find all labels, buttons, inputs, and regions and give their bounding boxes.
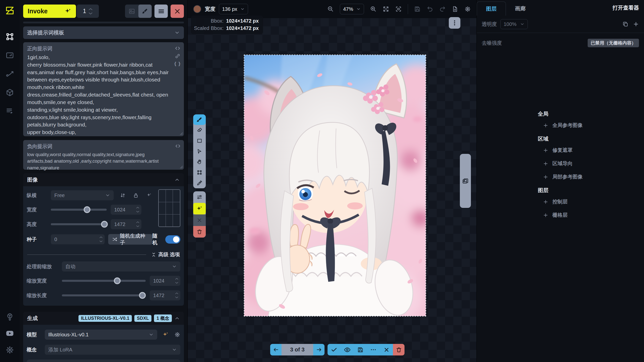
tab-layers[interactable]: 图层 — [477, 2, 506, 16]
canvas-settings-gear-icon[interactable] — [464, 6, 471, 12]
undo-icon[interactable] — [427, 6, 433, 12]
add-inpaint-mask[interactable]: 修复遮罩 — [543, 147, 644, 154]
link-icon[interactable] — [175, 53, 180, 59]
brush-width-select[interactable]: 136 px — [219, 4, 248, 14]
resize-handle-icon[interactable] — [179, 165, 183, 169]
opacity-select[interactable]: 100% — [500, 19, 528, 29]
invoke-button[interactable]: Invoke — [23, 5, 76, 18]
generated-image[interactable] — [244, 55, 426, 316]
chevron-up-icon[interactable] — [89, 8, 93, 10]
duplicate-layer-icon[interactable] — [622, 21, 628, 27]
zoom-level-select[interactable]: 47% — [340, 4, 364, 14]
scaled-width-slider[interactable] — [62, 280, 146, 282]
add-layer-icon[interactable] — [633, 21, 639, 27]
sidebar-item-queue[interactable] — [4, 106, 15, 117]
batch-count-stepper[interactable]: 1 — [77, 5, 99, 18]
brush-tool[interactable] — [193, 114, 206, 125]
save-icon[interactable] — [414, 6, 421, 12]
previous-image-button[interactable] — [270, 344, 281, 355]
model-select[interactable]: Illustrious-XL-v0.1 — [45, 330, 157, 340]
sidebar-item-canvas[interactable] — [4, 31, 15, 42]
settings-gear-icon[interactable] — [4, 344, 15, 355]
scaled-width-input[interactable]: 1024 — [150, 276, 180, 286]
tool-settings[interactable] — [193, 191, 206, 203]
tab-gallery[interactable]: 画廊 — [506, 2, 535, 16]
code-icon[interactable] — [175, 45, 181, 51]
open-viewer-button[interactable]: 打开查看器 — [613, 4, 639, 11]
pan-hand-tool[interactable] — [193, 157, 206, 167]
generation-section-header[interactable]: 生成 ILLUSTRIOUS-XL-V0.1 SDXL 1 概念 — [23, 312, 184, 325]
brush-color-swatch[interactable] — [193, 5, 201, 13]
advanced-toggle-icon[interactable] — [151, 252, 156, 257]
negative-prompt-text[interactable]: low quality,worst quality,normal quality… — [27, 151, 171, 171]
positive-prompt-box[interactable]: 正向提示词 1girl,solo, cherry blossoms,hair f… — [23, 42, 184, 136]
zoom-out-icon[interactable] — [327, 6, 334, 12]
height-slider[interactable] — [51, 223, 107, 225]
image-section-header[interactable]: 图像 — [23, 173, 184, 186]
add-regional-reference-image[interactable]: 局部参考图像 — [543, 173, 644, 180]
bbox-tool[interactable] — [193, 167, 206, 178]
model-settings-gear-icon[interactable] — [174, 332, 180, 338]
sidebar-item-workflows[interactable] — [4, 68, 15, 79]
randomize-seed-button[interactable]: 随机生成种子 — [108, 234, 152, 245]
image-mode-button[interactable] — [125, 5, 138, 18]
fit-view-icon[interactable] — [383, 6, 389, 12]
negative-prompt-box[interactable]: 负向提示词 low quality,worst quality,normal q… — [23, 140, 184, 170]
height-label: 高度 — [27, 221, 51, 228]
width-input[interactable]: 1024 — [111, 205, 141, 215]
width-slider[interactable] — [51, 209, 107, 211]
add-global-reference-image[interactable]: 全局参考图像 — [543, 122, 644, 129]
add-raster-layer[interactable]: 栅格层 — [543, 212, 644, 218]
sidebar-item-upscaling[interactable] — [4, 50, 15, 61]
preview-toggle-button[interactable] — [341, 344, 354, 355]
add-control-layer[interactable]: 控制层 — [543, 198, 644, 205]
delete-image-button[interactable] — [393, 344, 405, 355]
random-seed-toggle[interactable] — [165, 235, 180, 244]
braces-icon[interactable]: { } — [174, 61, 181, 66]
resize-handle-icon[interactable] — [179, 131, 183, 135]
aspect-select[interactable]: Free — [51, 190, 114, 200]
swap-dimensions-icon[interactable] — [120, 192, 126, 198]
advanced-options-label[interactable]: 高级 选项 — [158, 251, 180, 258]
preprocess-scale-select[interactable]: 自动 — [62, 261, 180, 272]
gallery-drawer-toggle[interactable] — [460, 154, 471, 208]
eyedropper-tool[interactable] — [193, 178, 206, 188]
cancel-tool[interactable] — [193, 214, 206, 226]
scaled-height-slider[interactable] — [62, 294, 146, 296]
height-input[interactable]: 1472 — [111, 219, 141, 229]
model-sparkle-icon[interactable] — [162, 331, 169, 338]
seed-input[interactable]: 0 — [51, 234, 105, 244]
rectangle-tool[interactable] — [193, 135, 206, 146]
youtube-icon[interactable] — [4, 328, 15, 339]
fit-bbox-icon[interactable] — [395, 6, 402, 12]
dots-vertical-icon — [451, 20, 458, 26]
lora-select[interactable]: 添加 LoRA — [45, 345, 180, 355]
canvas-board[interactable]: Bbox: 1024×1472 px Scaled Bbox: 1024×147… — [188, 18, 476, 362]
auto-generate-tool[interactable] — [193, 203, 206, 214]
menu-button[interactable] — [154, 5, 168, 18]
close-panel-button[interactable] — [171, 5, 184, 18]
select-tool[interactable] — [193, 146, 206, 157]
save-image-button[interactable] — [354, 344, 367, 355]
sidebar-item-models[interactable] — [4, 87, 15, 98]
zoom-in-icon[interactable] — [370, 6, 377, 12]
eraser-tool[interactable] — [193, 125, 206, 135]
scaled-height-input[interactable]: 1472 — [150, 290, 180, 300]
positive-prompt-text[interactable]: 1girl,solo, cherry blossoms,hair flower,… — [27, 54, 171, 136]
redo-icon[interactable] — [439, 6, 446, 12]
chevron-down-icon[interactable] — [89, 12, 93, 15]
new-canvas-icon[interactable] — [452, 6, 458, 12]
delete-tool[interactable] — [193, 226, 206, 238]
more-options-button[interactable] — [367, 344, 380, 355]
optimize-sparkle-icon[interactable] — [146, 192, 152, 198]
support-lightbulb-icon[interactable] — [4, 311, 15, 322]
brush-mode-button[interactable] — [138, 5, 152, 18]
canvas-menu-button[interactable] — [449, 17, 460, 29]
add-regional-guidance[interactable]: 区域导向 — [543, 160, 644, 167]
discard-image-button[interactable] — [380, 344, 393, 355]
lock-icon[interactable] — [133, 192, 139, 198]
code-icon[interactable] — [175, 143, 181, 149]
prompt-template-select[interactable]: 选择提示词模板 — [23, 26, 184, 39]
next-image-button[interactable] — [313, 344, 325, 355]
accept-image-button[interactable] — [328, 344, 341, 355]
